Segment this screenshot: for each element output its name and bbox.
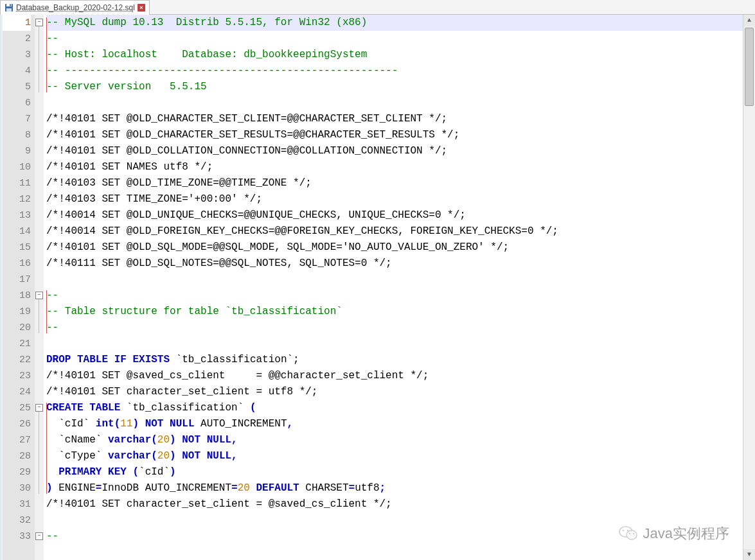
code-line[interactable]: -- MySQL dump 10.13 Distrib 5.5.15, for … — [46, 15, 743, 31]
code-line[interactable]: PRIMARY KEY (`cId`) — [46, 464, 743, 480]
code-line[interactable]: `cType` varchar(20) NOT NULL, — [46, 448, 743, 464]
svg-point-6 — [628, 533, 630, 534]
svg-rect-2 — [6, 8, 12, 12]
editor-tab[interactable]: Database_Backup_2020-02-12.sql × — [0, 0, 150, 15]
line-number: 5 — [3, 79, 31, 95]
code-line[interactable] — [46, 272, 743, 288]
line-number: 22 — [3, 352, 31, 368]
fold-toggle-icon[interactable]: − — [35, 404, 43, 412]
line-number: 32 — [3, 512, 31, 529]
fold-toggle-icon[interactable]: − — [35, 292, 43, 299]
scroll-up-button[interactable]: ▲ — [743, 15, 755, 26]
line-number: 14 — [3, 223, 31, 240]
code-line[interactable]: /*!40101 SET NAMES utf8 */; — [46, 159, 743, 175]
code-line[interactable]: -- — [46, 320, 743, 336]
code-line[interactable]: ) ENGINE=InnoDB AUTO_INCREMENT=20 DEFAUL… — [46, 480, 743, 496]
svg-point-9 — [626, 530, 628, 532]
fold-toggle-icon[interactable]: − — [35, 532, 43, 540]
code-line[interactable]: CREATE TABLE `tb_classification` ( — [46, 400, 743, 416]
line-number: 19 — [3, 304, 31, 320]
line-number-gutter: 1234567891011121314151617181920212223242… — [3, 15, 35, 560]
fold-column[interactable]: −−−− — [35, 15, 44, 560]
line-number: 15 — [3, 240, 31, 256]
line-number: 17 — [3, 272, 31, 288]
line-number: 3 — [3, 47, 31, 63]
code-line[interactable]: /*!40101 SET @OLD_CHARACTER_SET_CLIENT=@… — [46, 111, 743, 127]
line-number: 30 — [3, 480, 31, 496]
tab-filename: Database_Backup_2020-02-12.sql — [16, 3, 135, 12]
code-line[interactable]: DROP TABLE IF EXISTS `tb_classification`… — [46, 352, 743, 368]
code-line[interactable]: /*!40103 SET TIME_ZONE='+00:00' */; — [46, 191, 743, 207]
wechat-icon — [619, 525, 638, 541]
svg-point-7 — [632, 533, 634, 534]
scroll-thumb[interactable] — [745, 28, 754, 106]
code-line[interactable]: /*!40101 SET @OLD_COLLATION_CONNECTION=@… — [46, 143, 743, 159]
svg-rect-3 — [10, 4, 11, 6]
code-line[interactable]: -- -------------------------------------… — [46, 63, 743, 79]
line-number: 4 — [3, 63, 31, 79]
line-number: 26 — [3, 416, 31, 432]
line-number: 33 — [3, 529, 31, 545]
tab-bar: Database_Backup_2020-02-12.sql × — [0, 0, 755, 15]
scroll-down-button[interactable]: ▼ — [743, 549, 755, 560]
line-number: 20 — [3, 320, 31, 336]
code-line[interactable]: /*!40014 SET @OLD_UNIQUE_CHECKS=@@UNIQUE… — [46, 207, 743, 223]
code-line[interactable]: /*!40101 SET @saved_cs_client = @@charac… — [46, 368, 743, 384]
code-line[interactable]: -- Host: localhost Database: db_bookkeep… — [46, 47, 743, 63]
line-number: 21 — [3, 336, 31, 352]
watermark: Java实例程序 — [619, 525, 729, 541]
line-number: 6 — [3, 95, 31, 111]
line-number: 1 — [3, 15, 31, 31]
code-line[interactable]: -- — [46, 31, 743, 47]
code-line[interactable]: /*!40101 SET @OLD_SQL_MODE=@@SQL_MODE, S… — [46, 240, 743, 256]
svg-point-5 — [626, 530, 637, 539]
code-line[interactable]: /*!40111 SET @OLD_SQL_NOTES=@@SQL_NOTES,… — [46, 256, 743, 272]
line-number: 23 — [3, 368, 31, 384]
close-icon[interactable]: × — [138, 4, 145, 12]
line-number: 13 — [3, 207, 31, 223]
fold-guide — [39, 299, 39, 333]
save-icon — [4, 3, 13, 12]
line-number: 10 — [3, 159, 31, 175]
line-number: 27 — [3, 432, 31, 448]
line-number: 9 — [3, 143, 31, 159]
line-number: 8 — [3, 127, 31, 143]
code-line[interactable]: /*!40103 SET @OLD_TIME_ZONE=@@TIME_ZONE … — [46, 175, 743, 191]
code-line[interactable]: -- Server version 5.5.15 — [46, 79, 743, 95]
line-number: 29 — [3, 464, 31, 480]
code-content[interactable]: -- MySQL dump 10.13 Distrib 5.5.15, for … — [44, 15, 743, 560]
code-line[interactable]: -- — [46, 288, 743, 304]
line-number: 25 — [3, 400, 31, 416]
line-number: 24 — [3, 384, 31, 400]
structure-guide — [46, 403, 47, 494]
svg-point-8 — [622, 530, 624, 532]
vertical-scrollbar[interactable]: ▲ ▼ — [743, 15, 755, 560]
fold-guide — [39, 412, 39, 494]
code-line[interactable]: `cName` varchar(20) NOT NULL, — [46, 432, 743, 448]
watermark-text: Java实例程序 — [643, 525, 729, 541]
line-number: 11 — [3, 175, 31, 191]
line-number: 7 — [3, 111, 31, 127]
code-line[interactable]: `cId` int(11) NOT NULL AUTO_INCREMENT, — [46, 416, 743, 432]
code-line[interactable] — [46, 336, 743, 352]
code-line[interactable]: /*!40101 SET character_set_client = @sav… — [46, 496, 743, 512]
structure-guide — [46, 290, 47, 333]
code-line[interactable]: /*!40101 SET character_set_client = utf8… — [46, 384, 743, 400]
code-line[interactable]: /*!40101 SET @OLD_CHARACTER_SET_RESULTS=… — [46, 127, 743, 143]
line-number: 2 — [3, 31, 31, 47]
line-number: 31 — [3, 496, 31, 512]
code-line[interactable]: /*!40014 SET @OLD_FOREIGN_KEY_CHECKS=@@F… — [46, 223, 743, 240]
structure-guide — [46, 17, 47, 92]
code-editor[interactable]: 1234567891011121314151617181920212223242… — [0, 15, 755, 560]
code-line[interactable] — [46, 95, 743, 111]
line-number: 18 — [3, 288, 31, 304]
fold-toggle-icon[interactable]: − — [35, 19, 43, 26]
fold-guide — [39, 26, 39, 92]
line-number: 28 — [3, 448, 31, 464]
code-line[interactable]: -- Table structure for table `tb_classif… — [46, 304, 743, 320]
line-number: 16 — [3, 256, 31, 272]
line-number: 12 — [3, 191, 31, 207]
